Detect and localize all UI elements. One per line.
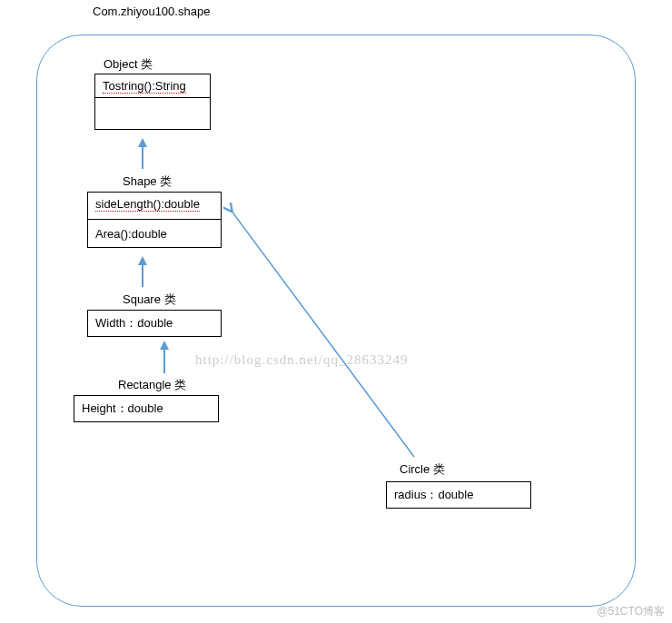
circle-field: radius：double	[387, 482, 530, 508]
object-method: Tostring():String	[95, 74, 210, 98]
circle-class-label: Circle 类	[400, 461, 445, 478]
square-field: Width：double	[88, 311, 221, 336]
shape-method-2: Area():double	[88, 220, 221, 247]
inheritance-arrow	[163, 350, 165, 373]
object-class-label: Object 类	[104, 56, 153, 73]
shape-class-box: sideLength():double Area():double	[87, 192, 222, 248]
arrow-head-icon	[138, 256, 147, 265]
shape-class-label: Shape 类	[123, 173, 172, 190]
square-class-box: Width：double	[87, 310, 222, 337]
rectangle-class-label: Rectangle 类	[118, 377, 186, 393]
shape-method-1: sideLength():double	[88, 193, 221, 220]
inheritance-arrow	[142, 147, 143, 169]
arrow-head-icon	[138, 138, 147, 147]
square-class-label: Square 类	[123, 292, 176, 308]
footer-attribution: @51CTO博客	[597, 604, 665, 619]
object-class-box: Tostring():String	[94, 74, 211, 130]
arrow-head-icon	[160, 341, 169, 350]
package-title: Com.zhiyou100.shape	[93, 5, 210, 18]
inheritance-arrow	[142, 265, 143, 287]
rectangle-class-box: Height：double	[74, 395, 219, 422]
circle-class-box: radius：double	[386, 481, 531, 509]
rectangle-field: Height：double	[74, 396, 218, 421]
object-empty-row	[95, 98, 210, 129]
